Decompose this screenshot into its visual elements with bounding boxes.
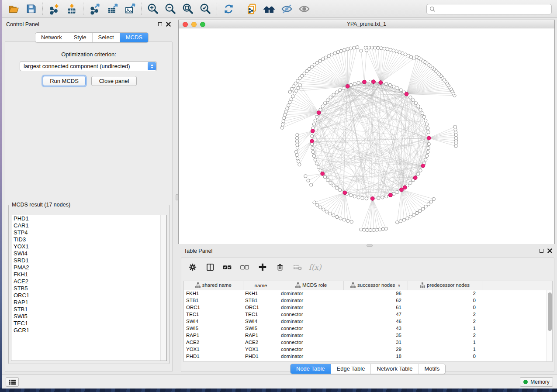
- criterion-select[interactable]: largest connected component (undirected): [20, 61, 157, 71]
- mcds-node[interactable]: [421, 164, 425, 168]
- tab-select[interactable]: Select: [92, 33, 120, 42]
- table-cell[interactable]: dominator: [279, 332, 343, 339]
- mcds-node[interactable]: [343, 191, 347, 195]
- table-cell[interactable]: connector: [279, 346, 343, 353]
- float-panel-icon[interactable]: [540, 249, 543, 253]
- tab-node-table[interactable]: Node Table: [291, 364, 331, 374]
- list-item[interactable]: TEC1: [11, 320, 166, 327]
- column-header-predecessor-nodes[interactable]: predecessor nodes: [408, 281, 482, 290]
- mcds-node[interactable]: [413, 176, 417, 180]
- zoom-in-icon[interactable]: [144, 1, 162, 16]
- table-cell[interactable]: dominator: [279, 304, 343, 311]
- minimize-window-icon[interactable]: [191, 22, 197, 27]
- clone-network-icon[interactable]: [243, 1, 260, 16]
- table-cell[interactable]: 46: [343, 318, 408, 325]
- mcds-node[interactable]: [379, 81, 383, 85]
- table-cell[interactable]: ORC1: [184, 304, 243, 311]
- list-item[interactable]: SWI5: [11, 313, 166, 320]
- table-cell[interactable]: dominator: [279, 318, 343, 325]
- table-cell[interactable]: 1: [408, 325, 482, 332]
- search-input[interactable]: [438, 6, 549, 12]
- mcds-node[interactable]: [405, 92, 408, 96]
- mcds-node[interactable]: [346, 84, 349, 88]
- network-view-canvas[interactable]: [179, 28, 554, 244]
- table-row[interactable]: PHD1PHD1dominator180: [184, 353, 552, 360]
- mcds-node[interactable]: [370, 197, 374, 201]
- table-row[interactable]: YOX1YOX1connector291: [184, 346, 552, 353]
- list-item[interactable]: PMA2: [11, 264, 166, 271]
- table-cell[interactable]: 2: [408, 290, 482, 297]
- mcds-node[interactable]: [427, 136, 431, 140]
- horizontal-splitter[interactable]: [179, 244, 557, 247]
- column-header-name[interactable]: name: [243, 281, 279, 290]
- float-panel-icon[interactable]: [158, 22, 162, 26]
- mcds-node[interactable]: [311, 129, 315, 133]
- list-item[interactable]: STB1: [11, 306, 166, 313]
- table-cell[interactable]: SWI5: [184, 325, 243, 332]
- table-row[interactable]: SWI4SWI4dominator462: [184, 318, 552, 325]
- table-cell[interactable]: connector: [279, 339, 343, 346]
- table-cell[interactable]: SWI4: [184, 318, 243, 325]
- gear-icon[interactable]: [185, 261, 201, 274]
- export-table-icon[interactable]: [104, 1, 121, 16]
- table-cell[interactable]: FKH1: [184, 290, 243, 297]
- close-panel-button[interactable]: Close panel: [91, 76, 137, 86]
- table-row[interactable]: SWI5SWI5connector431: [184, 325, 552, 332]
- table-cell[interactable]: dominator: [279, 297, 343, 304]
- table-cell[interactable]: 35: [343, 332, 408, 339]
- close-panel-icon[interactable]: [166, 22, 171, 27]
- mcds-node[interactable]: [310, 139, 314, 143]
- table-cell[interactable]: 2: [408, 311, 482, 318]
- table-cell[interactable]: PHD1: [184, 353, 243, 360]
- delete-table-icon[interactable]: [290, 261, 305, 274]
- table-cell[interactable]: FKH1: [243, 290, 279, 297]
- table-cell[interactable]: STB1: [184, 297, 243, 304]
- import-network-icon[interactable]: [45, 1, 63, 16]
- table-row[interactable]: TEC1TEC1connector472: [184, 311, 552, 318]
- mcds-node[interactable]: [317, 111, 321, 115]
- splitter-grip[interactable]: [367, 244, 373, 247]
- table-cell[interactable]: ACE2: [184, 339, 243, 346]
- list-item[interactable]: RAP1: [11, 299, 166, 306]
- table-row[interactable]: RAP1RAP1dominator352: [184, 332, 552, 339]
- add-column-icon[interactable]: [255, 261, 270, 274]
- table-cell[interactable]: 1: [408, 346, 482, 353]
- table-cell[interactable]: 0: [408, 304, 482, 311]
- export-network-icon[interactable]: [86, 1, 104, 16]
- mcds-node[interactable]: [403, 186, 407, 189]
- table-cell[interactable]: connector: [279, 311, 343, 318]
- list-item[interactable]: SRD1: [11, 257, 166, 264]
- table-cell[interactable]: 31: [343, 339, 408, 346]
- tab-edge-table[interactable]: Edge Table: [331, 364, 371, 374]
- save-session-icon[interactable]: [22, 1, 40, 16]
- zoom-window-icon[interactable]: [200, 22, 205, 27]
- tab-style[interactable]: Style: [68, 33, 92, 42]
- table-cell[interactable]: 0: [408, 297, 482, 304]
- list-item[interactable]: YOX1: [11, 243, 166, 250]
- mcds-result-list[interactable]: PHD1CAR1STP4TID3YOX1SWI4SRD1PMA2FKH1ACE2…: [11, 215, 167, 361]
- table-cell[interactable]: 1: [408, 339, 482, 346]
- table-row[interactable]: STB1STB1dominator620: [184, 297, 552, 304]
- table-row[interactable]: ORC1ORC1dominator610: [184, 304, 552, 311]
- list-item[interactable]: SWI4: [11, 250, 166, 257]
- mcds-node[interactable]: [372, 80, 376, 84]
- table-cell[interactable]: YOX1: [184, 346, 243, 353]
- table-cell[interactable]: RAP1: [243, 332, 279, 339]
- table-cell[interactable]: 29: [343, 346, 408, 353]
- table-cell[interactable]: ORC1: [243, 304, 279, 311]
- mcds-node[interactable]: [363, 80, 367, 84]
- table-row[interactable]: ACE2ACE2connector311: [184, 339, 552, 346]
- column-header-successor-nodes[interactable]: successor nodes∨: [343, 281, 408, 290]
- table-cell[interactable]: ACE2: [243, 339, 279, 346]
- select-all-icon[interactable]: [220, 261, 235, 274]
- table-scrollbar[interactable]: [547, 290, 552, 361]
- list-item[interactable]: TID3: [11, 236, 166, 243]
- table-cell[interactable]: 0: [408, 353, 482, 360]
- table-cell[interactable]: TEC1: [243, 311, 279, 318]
- list-scrollbar[interactable]: [160, 215, 166, 361]
- list-item[interactable]: STP4: [11, 229, 166, 236]
- table-cell[interactable]: 2: [408, 318, 482, 325]
- tab-network-table[interactable]: Network Table: [370, 364, 418, 374]
- search-box[interactable]: [426, 4, 552, 14]
- first-neighbors-icon[interactable]: [260, 1, 278, 16]
